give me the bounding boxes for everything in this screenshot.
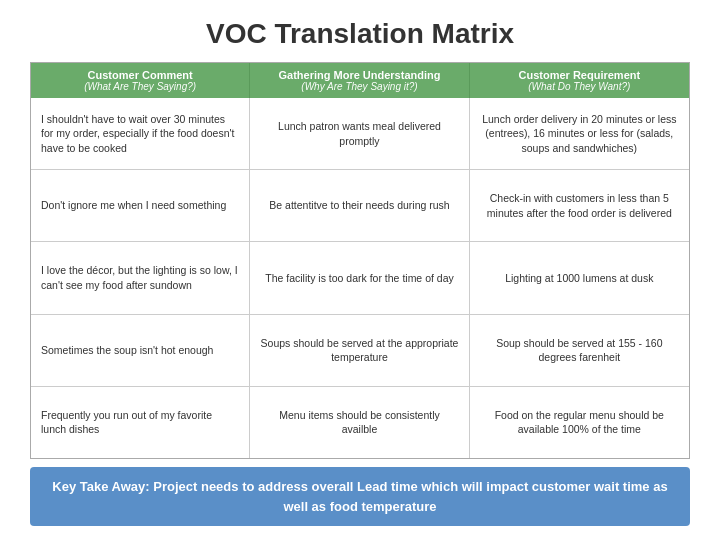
- cell-comment-1: Don't ignore me when I need something: [31, 170, 250, 241]
- table-row: Don't ignore me when I need something Be…: [31, 169, 689, 241]
- cell-requirement-1: Check-in with customers in less than 5 m…: [470, 170, 689, 241]
- cell-understanding-3: Soups should be served at the appropriat…: [250, 315, 469, 386]
- cell-understanding-0: Lunch patron wants meal delivered prompt…: [250, 98, 469, 169]
- cell-requirement-2: Lighting at 1000 lumens at dusk: [470, 242, 689, 313]
- table-row: I love the décor, but the lighting is so…: [31, 241, 689, 313]
- table-row: Sometimes the soup isn't hot enough Soup…: [31, 314, 689, 386]
- matrix-table: Customer Comment (What Are They Saying?)…: [30, 62, 690, 459]
- cell-comment-0: I shouldn't have to wait over 30 minutes…: [31, 98, 250, 169]
- cell-understanding-2: The facility is too dark for the time of…: [250, 242, 469, 313]
- cell-requirement-0: Lunch order delivery in 20 minutes or le…: [470, 98, 689, 169]
- table-row: Frequently you run out of my favorite lu…: [31, 386, 689, 458]
- header-col2: Gathering More Understanding (Why Are Th…: [250, 63, 469, 98]
- page: VOC Translation Matrix Customer Comment …: [0, 0, 720, 540]
- cell-comment-4: Frequently you run out of my favorite lu…: [31, 387, 250, 458]
- page-title: VOC Translation Matrix: [206, 18, 514, 50]
- header-col1: Customer Comment (What Are They Saying?): [31, 63, 250, 98]
- table-row: I shouldn't have to wait over 30 minutes…: [31, 98, 689, 169]
- cell-requirement-4: Food on the regular menu should be avail…: [470, 387, 689, 458]
- cell-comment-3: Sometimes the soup isn't hot enough: [31, 315, 250, 386]
- footer-banner: Key Take Away: Project needs to address …: [30, 467, 690, 526]
- cell-requirement-3: Soup should be served at 155 - 160 degre…: [470, 315, 689, 386]
- header-col3: Customer Requirement (What Do They Want?…: [470, 63, 689, 98]
- table-body: I shouldn't have to wait over 30 minutes…: [31, 98, 689, 458]
- cell-understanding-4: Menu items should be consistently availb…: [250, 387, 469, 458]
- cell-understanding-1: Be attentitve to their needs during rush: [250, 170, 469, 241]
- cell-comment-2: I love the décor, but the lighting is so…: [31, 242, 250, 313]
- table-header: Customer Comment (What Are They Saying?)…: [31, 63, 689, 98]
